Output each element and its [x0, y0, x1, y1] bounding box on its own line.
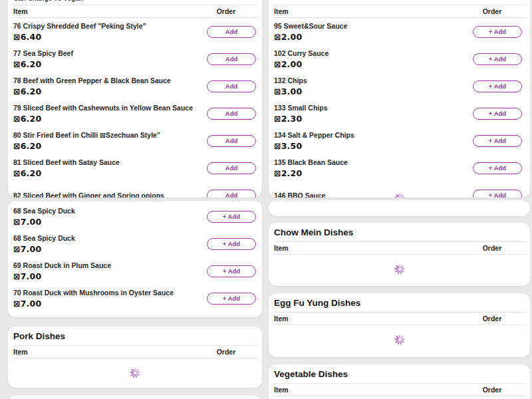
menu-item-row: 135 Black Bean Sauce ⊠2.20 + Add	[274, 154, 525, 182]
item-price: ⊠3.50	[274, 142, 354, 151]
card-title: Vegetable Dishes	[269, 364, 530, 383]
pork-dishes-card: Pork Dishes Item Order	[8, 327, 262, 388]
order-column-header: Order	[201, 348, 251, 356]
item-name: 79 Sliced Beef with Cashewnuts in Yellow…	[13, 104, 193, 112]
table-header: Item Order	[269, 384, 530, 396]
add-to-order-button[interactable]: + Add	[473, 108, 522, 120]
order-column-header: Order	[201, 7, 251, 15]
item-price: ⊠3.00	[274, 87, 307, 96]
add-to-order-button[interactable]: Add	[207, 26, 256, 38]
order-column-header: Order	[467, 315, 517, 323]
item-name: 81 Sliced Beef with Satay Sauce	[13, 158, 120, 166]
loading-spinner-icon	[130, 368, 140, 378]
add-to-order-button[interactable]: + Add	[207, 238, 256, 250]
menu-item-row: 82 Sliced Beef with Ginger and Spring on…	[13, 182, 257, 198]
item-name: 135 Black Bean Sauce	[274, 158, 348, 166]
order-column-header: Order	[467, 244, 517, 252]
table-header: Item Order	[269, 313, 530, 325]
item-price: ⊠6.20	[13, 169, 120, 178]
order-column-header: Order	[467, 386, 517, 394]
item-name: 68 Sea Spicy Duck	[13, 207, 75, 215]
item-name: 102 Curry Sauce	[274, 49, 329, 57]
item-price: ⊠6.40	[13, 33, 146, 42]
item-column-header: Item	[274, 386, 289, 394]
item-price: ⊠7.00	[13, 272, 111, 281]
menu-item-row: 77 Sea Spicy Beef ⊠6.20 Add	[13, 45, 257, 72]
menu-page: Can Change To Vegan Item Order 76 Crispy…	[0, 0, 532, 399]
spacer	[269, 0, 530, 5]
add-to-order-button[interactable]: + Add	[207, 265, 256, 277]
add-to-order-button[interactable]: + Add	[473, 135, 522, 147]
item-name: 69 Roast Duck in Plum Sauce	[13, 261, 111, 269]
add-to-order-button[interactable]: Add	[207, 162, 256, 174]
table-header: Item Order	[8, 346, 262, 358]
egg-fu-yung-dishes-card: Egg Fu Yung Dishes Item Order	[269, 293, 530, 357]
menu-item-row: 68 Sea Spicy Duck ⊠7.00 + Add	[13, 203, 257, 230]
table-header: Item Order	[8, 5, 262, 17]
loading-spinner-icon	[394, 264, 405, 275]
menu-item-row: 69 Roast Duck in Plum Sauce ⊠7.00 + Add	[13, 257, 257, 285]
table-header: Item Order	[269, 5, 530, 17]
loading-spinner-icon	[394, 334, 405, 345]
table-header: Item Order	[269, 242, 530, 254]
menu-item-row: 134 Salt & Pepper Chips ⊠3.50 + Add	[274, 127, 525, 154]
add-to-order-button[interactable]: Add	[207, 190, 256, 198]
add-to-order-button[interactable]: Add	[207, 80, 256, 92]
menu-item-row: 76 Crispy Shredded Beef "Peking Style" ⊠…	[13, 18, 257, 45]
menu-item-row: 70 Roast Duck with Mushrooms in Oyster S…	[13, 285, 257, 312]
add-to-order-button[interactable]: + Add	[473, 53, 522, 65]
chow-mein-dishes-card: Chow Mein Dishes Item Order	[269, 223, 530, 286]
item-name: 70 Roast Duck with Mushrooms in Oyster S…	[13, 289, 174, 297]
beef-dishes-card: Can Change To Vegan Item Order 76 Crispy…	[8, 0, 262, 198]
menu-item-row: 79 Sliced Beef with Cashewnuts in Yellow…	[13, 100, 257, 127]
menu-item-row: 102 Curry Sauce ⊠2.00 + Add	[274, 45, 525, 72]
menu-item-row: 80 Stir Fried Beef in Chilli ⊠Szechuan S…	[13, 127, 257, 154]
add-to-order-button[interactable]: + Add	[207, 293, 256, 305]
menu-item-list: 68 Sea Spicy Duck ⊠7.00 + Add 68 Sea Spi…	[8, 201, 262, 312]
item-price: ⊠7.00	[13, 299, 174, 309]
item-name: 68 Sea Spicy Duck	[13, 234, 75, 242]
item-name: 134 Salt & Pepper Chips	[274, 131, 354, 139]
add-to-order-button[interactable]: + Add	[473, 162, 522, 174]
menu-item-row: 81 Sliced Beef with Satay Sauce ⊠6.20 Ad…	[13, 154, 257, 182]
item-name: 77 Sea Spicy Beef	[13, 49, 73, 57]
next-card-edge	[8, 396, 262, 399]
item-name: 82 Sliced Beef with Ginger and Spring on…	[13, 192, 164, 198]
duck-dishes-card: 68 Sea Spicy Duck ⊠7.00 + Add 68 Sea Spi…	[8, 201, 262, 317]
add-to-order-button[interactable]: + Add	[207, 211, 256, 223]
item-price: ⊠7.00	[13, 245, 75, 254]
card-title: Chow Mein Dishes	[269, 223, 530, 241]
vegan-note: Can Change To Vegan	[8, 0, 262, 5]
add-to-order-button[interactable]: Add	[207, 108, 256, 120]
loading-strip-card	[269, 200, 530, 216]
item-name: 146 BBQ Sauce	[274, 192, 326, 198]
item-price: ⊠6.20	[13, 87, 171, 96]
add-to-order-button[interactable]: Add	[207, 53, 256, 65]
menu-item-row: 68 Sea Spicy Duck ⊠7.00 + Add	[13, 230, 257, 257]
menu-item-list: 76 Crispy Shredded Beef "Peking Style" ⊠…	[8, 18, 262, 198]
item-column-header: Item	[13, 7, 28, 15]
add-to-order-button[interactable]: + Add	[473, 26, 522, 38]
item-name: 78 Beef with Green Pepper & Black Bean S…	[13, 76, 171, 84]
menu-item-list: 95 Sweet&Sour Sauce ⊠2.00 + Add 102 Curr…	[269, 18, 530, 198]
item-price: ⊠2.30	[274, 114, 328, 124]
menu-item-row: 78 Beef with Green Pepper & Black Bean S…	[13, 72, 257, 100]
item-price: ⊠6.20	[13, 142, 160, 151]
item-name: 76 Crispy Shredded Beef "Peking Style"	[13, 22, 146, 30]
right-column: Item Order 95 Sweet&Sour Sauce ⊠2.00 + A…	[269, 0, 530, 399]
menu-item-row: 133 Small Chips ⊠2.30 + Add	[274, 100, 525, 127]
item-column-header: Item	[274, 7, 289, 15]
sides-sauces-card: Item Order 95 Sweet&Sour Sauce ⊠2.00 + A…	[269, 0, 530, 198]
divider	[273, 396, 526, 396]
item-price: ⊠6.20	[13, 114, 193, 124]
item-name: 133 Small Chips	[274, 104, 328, 112]
add-to-order-button[interactable]: + Add	[473, 80, 522, 92]
item-name: 95 Sweet&Sour Sauce	[274, 22, 347, 30]
item-name: 80 Stir Fried Beef in Chilli ⊠Szechuan S…	[13, 131, 160, 139]
add-to-order-button[interactable]: + Add	[473, 190, 522, 198]
add-to-order-button[interactable]: Add	[207, 135, 256, 147]
item-price: ⊠7.00	[13, 217, 75, 227]
item-column-header: Item	[274, 244, 289, 252]
left-column: Can Change To Vegan Item Order 76 Crispy…	[8, 0, 262, 399]
item-column-header: Item	[13, 348, 28, 356]
